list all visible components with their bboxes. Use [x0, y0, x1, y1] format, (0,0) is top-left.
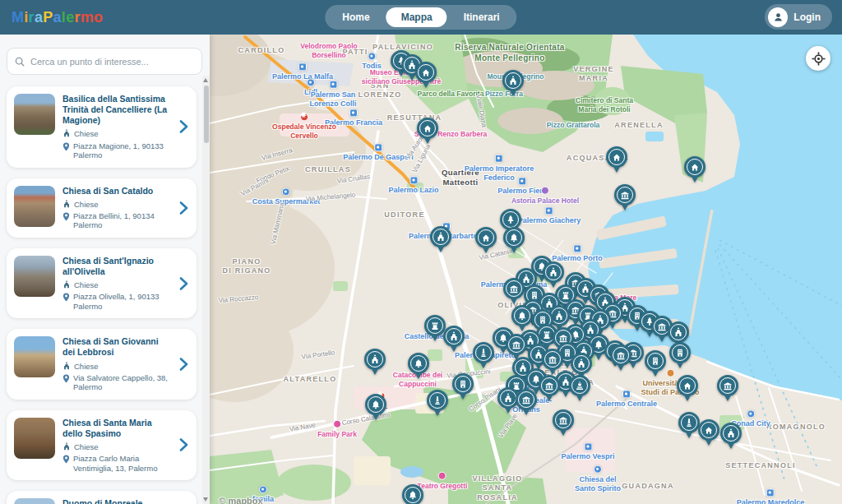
poi-map-marker-building[interactable] [645, 350, 666, 377]
poi-title: Chiesa di Santa Maria dello Spasimo [62, 418, 170, 439]
app-header: MiraPalermo HomeMappaItinerari Login [0, 0, 842, 35]
marker-glyph-icon [657, 321, 667, 331]
poi-list[interactable]: Basilica della Santissima Trinità del Ca… [0, 82, 203, 504]
poi-map-marker-museum[interactable] [539, 375, 560, 402]
map-pin-icon [62, 212, 70, 221]
poi-map-marker-museum[interactable] [553, 409, 574, 437]
marker-glyph-icon [509, 233, 519, 243]
marker-glyph-icon [548, 354, 557, 364]
marker-glyph-icon [371, 400, 381, 409]
logo-letter: P [43, 9, 53, 26]
poi-title: Chiesa di Sant'Ignazio all'Olivella [62, 256, 170, 277]
logo-letter: a [53, 9, 62, 26]
poi-map-marker-bell[interactable] [408, 353, 429, 380]
poi-map-marker-church[interactable] [443, 326, 465, 353]
chevron-right-icon[interactable] [178, 277, 189, 290]
app-logo: MiraPalermo [12, 9, 103, 26]
poi-map-marker-home[interactable] [475, 227, 497, 254]
poi-map-marker-bell[interactable] [511, 305, 533, 332]
marker-glyph-icon [612, 152, 622, 162]
sidebar-scrollbar[interactable] [202, 76, 210, 504]
marker-glyph-icon [521, 395, 531, 405]
poi-address-row: Piazza Bellini, 1, 90134 Palermo [62, 211, 170, 230]
poi-map-marker-museum[interactable] [516, 389, 537, 416]
scroll-down-arrow-icon[interactable] [203, 497, 208, 502]
poi-map-marker-bell[interactable] [365, 394, 386, 421]
logo-letter: m [81, 9, 94, 26]
poi-map-marker-church[interactable] [720, 423, 742, 450]
poi-category-row: Chiese [62, 129, 170, 138]
user-avatar-icon [768, 7, 788, 27]
poi-card[interactable]: Duomo di Monreale Chiese Piazza Guglielm… [7, 491, 197, 504]
poi-map-marker-home[interactable] [698, 419, 719, 446]
logo-letter: r [74, 9, 80, 26]
poi-map-marker-building[interactable] [669, 342, 691, 369]
church-category-icon [62, 442, 71, 451]
poi-map-marker-fountain[interactable] [569, 375, 590, 402]
logo-letter: o [94, 9, 103, 26]
poi-map-marker-building[interactable] [452, 373, 474, 400]
login-button[interactable]: Login [765, 4, 832, 30]
poi-card[interactable]: Chiesa di Sant'Ignazio all'Olivella Chie… [7, 248, 197, 318]
scroll-up-arrow-icon[interactable] [203, 78, 208, 82]
nav-tab-mappa[interactable]: Mappa [386, 7, 447, 27]
marker-glyph-icon [517, 311, 527, 321]
chevron-right-icon[interactable] [178, 120, 189, 133]
poi-map-marker-museum[interactable] [614, 184, 636, 211]
nav-tab-home[interactable]: Home [327, 7, 384, 27]
church-category-icon [62, 200, 71, 208]
search-input[interactable] [30, 57, 194, 67]
poi-map-marker-museum[interactable] [717, 375, 738, 402]
poi-map-marker-home[interactable] [415, 62, 437, 89]
chevron-right-icon[interactable] [178, 438, 189, 451]
poi-map-marker-church[interactable] [430, 226, 451, 253]
nav-tab-itinerari[interactable]: Itinerari [449, 7, 515, 27]
church-category-icon [62, 280, 71, 289]
poi-map-marker-church[interactable] [502, 70, 524, 97]
scrollbar-thumb[interactable] [204, 86, 209, 143]
marker-glyph-icon [481, 233, 491, 243]
poi-thumbnail [14, 498, 55, 504]
poi-map-marker-home[interactable] [677, 375, 698, 402]
marker-glyph-icon [436, 232, 446, 242]
marker-glyph-icon [548, 267, 558, 277]
poi-map-marker-museum[interactable] [610, 344, 632, 372]
marker-glyph-icon [509, 284, 519, 294]
marker-glyph-icon [684, 418, 694, 428]
chevron-right-icon[interactable] [178, 201, 189, 215]
poi-map-marker-home[interactable] [606, 146, 627, 173]
geolocate-target-icon [812, 52, 826, 66]
poi-map-marker-church[interactable] [364, 349, 386, 376]
search-box[interactable] [7, 48, 202, 75]
chevron-right-icon[interactable] [178, 358, 189, 371]
map-canvas[interactable]: CARDILLOPATTIPALLAVICINOSAN LORENZORESUT… [210, 35, 842, 504]
poi-category-row: Chiese [62, 200, 170, 209]
marker-glyph-icon [430, 321, 440, 331]
poi-card[interactable]: Chiesa di Santa Maria dello Spasimo Chie… [7, 410, 197, 480]
poi-category: Chiese [74, 362, 99, 371]
poi-card[interactable]: Chiesa di San Giovanni dei Lebbrosi Chie… [7, 329, 197, 399]
marker-glyph-icon [423, 123, 433, 133]
main-nav: HomeMappaItinerari [325, 5, 516, 30]
poi-category-row: Chiese [62, 362, 170, 371]
poi-address-row: Via Salvatore Cappello, 38, Palermo [62, 373, 170, 392]
poi-card[interactable]: Basilica della Santissima Trinità del Ca… [7, 86, 197, 168]
poi-address: Piazza Olivella, 1, 90133 Palermo [73, 292, 170, 311]
marker-glyph-icon [508, 76, 518, 86]
poi-category: Chiese [74, 280, 99, 289]
marker-glyph-icon [408, 490, 418, 500]
poi-map-marker-monument[interactable] [427, 390, 448, 417]
marker-glyph-icon [723, 381, 733, 391]
poi-map-marker-bell[interactable] [503, 227, 525, 254]
poi-map-marker-bell[interactable] [402, 484, 423, 504]
geolocate-button[interactable] [806, 46, 830, 71]
poi-map-marker-home[interactable] [417, 118, 438, 145]
poi-category: Chiese [74, 442, 99, 451]
poi-map-marker-monument[interactable] [678, 412, 700, 439]
poi-map-marker-monument[interactable] [473, 342, 494, 369]
poi-thumbnail [14, 256, 55, 297]
poi-map-marker-home[interactable] [684, 156, 706, 183]
marker-glyph-icon [506, 215, 516, 224]
poi-card[interactable]: Chiesa di San Cataldo Chiese Piazza Bell… [7, 178, 197, 238]
marker-glyph-icon [370, 354, 380, 364]
